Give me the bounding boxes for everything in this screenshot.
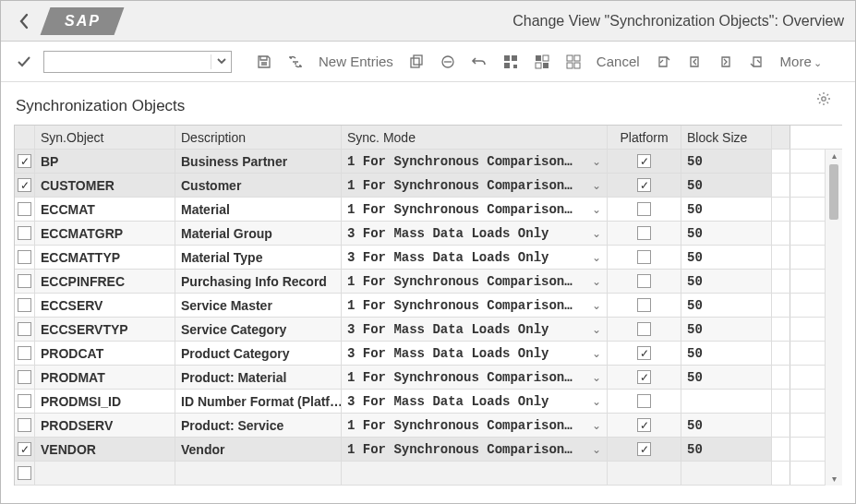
sync-mode-select[interactable]: 1 For Synchronous Comparison…⌄ <box>342 366 608 389</box>
sync-mode-select[interactable]: 1 For Synchronous Comparison…⌄ <box>342 174 608 197</box>
scroll-up-icon[interactable]: ▴ <box>826 150 842 162</box>
save-icon[interactable] <box>252 50 276 74</box>
syn-object-cell[interactable]: ECCMATGRP <box>35 222 175 245</box>
chevron-down-icon[interactable]: ⌄ <box>592 251 601 264</box>
table-row[interactable]: ✓ <box>15 462 842 486</box>
platform-checkbox[interactable]: ✓ <box>637 418 651 432</box>
row-select-checkbox[interactable]: ✓ <box>18 154 31 168</box>
settings-icon[interactable] <box>816 91 831 110</box>
table-row[interactable]: ✓VENDORVendor1 For Synchronous Compariso… <box>15 438 842 462</box>
table-row[interactable]: ✓ECCMATGRPMaterial Group3 For Mass Data … <box>15 222 842 246</box>
platform-checkbox[interactable]: ✓ <box>637 298 651 312</box>
platform-checkbox[interactable]: ✓ <box>637 442 651 456</box>
description-cell[interactable]: Material Group <box>175 222 342 245</box>
col-platform[interactable]: Platform <box>608 126 681 149</box>
description-cell[interactable]: Business Partner <box>175 150 342 173</box>
table-row[interactable]: ✓ECCSERVService Master1 For Synchronous … <box>15 294 842 318</box>
row-select-checkbox[interactable]: ✓ <box>18 202 31 216</box>
description-cell[interactable]: Material Type <box>175 246 342 269</box>
col-description[interactable]: Description <box>175 126 342 149</box>
chevron-down-icon[interactable]: ⌄ <box>592 419 601 432</box>
syn-object-cell[interactable]: PRODCAT <box>35 342 175 365</box>
sync-mode-select[interactable]: 3 For Mass Data Loads Only⌄ <box>342 222 608 245</box>
delete-icon[interactable] <box>436 50 460 74</box>
platform-checkbox[interactable]: ✓ <box>637 154 651 168</box>
col-sync-mode[interactable]: Sync. Mode <box>342 126 608 149</box>
row-select-checkbox[interactable]: ✓ <box>18 466 31 480</box>
chevron-down-icon[interactable]: ⌄ <box>592 203 601 216</box>
syn-object-cell[interactable]: PRODMAT <box>35 366 175 389</box>
platform-checkbox[interactable]: ✓ <box>637 322 651 336</box>
col-block-size[interactable]: Block Size <box>681 126 772 149</box>
syn-object-cell[interactable]: ECCSERV <box>35 294 175 317</box>
chevron-down-icon[interactable]: ⌄ <box>592 275 601 288</box>
scroll-down-icon[interactable]: ▾ <box>826 473 842 486</box>
chevron-down-icon[interactable]: ⌄ <box>592 443 601 456</box>
nav-first-icon[interactable] <box>651 50 675 74</box>
description-cell[interactable]: Service Master <box>175 294 342 317</box>
undo-icon[interactable] <box>467 50 491 74</box>
chevron-down-icon[interactable]: ⌄ <box>592 299 601 312</box>
description-cell[interactable]: Product: Material <box>175 366 342 389</box>
platform-checkbox[interactable]: ✓ <box>637 394 651 408</box>
syn-object-cell[interactable]: ECCPINFREC <box>35 270 175 293</box>
block-size-cell[interactable]: 50 <box>681 174 772 197</box>
syn-object-cell[interactable]: PRODSERV <box>35 414 175 437</box>
vertical-scrollbar[interactable]: ▴ ▾ <box>825 150 842 486</box>
sync-mode-select[interactable]: 1 For Synchronous Comparison…⌄ <box>342 270 608 293</box>
nav-last-icon[interactable] <box>745 50 769 74</box>
block-size-cell[interactable]: 50 <box>681 246 772 269</box>
chevron-down-icon[interactable]: ⌄ <box>592 323 601 336</box>
nav-next-icon[interactable] <box>714 50 738 74</box>
syn-object-cell[interactable]: ECCMAT <box>35 198 175 221</box>
row-select-checkbox[interactable]: ✓ <box>18 394 31 408</box>
row-select-checkbox[interactable]: ✓ <box>18 370 31 384</box>
sync-mode-select[interactable]: 1 For Synchronous Comparison…⌄ <box>342 438 608 461</box>
row-select-checkbox[interactable]: ✓ <box>18 178 31 192</box>
table-row[interactable]: ✓PRODMSI_IDID Number Format (Platf…3 For… <box>15 390 842 414</box>
row-select-checkbox[interactable]: ✓ <box>18 250 31 264</box>
platform-checkbox[interactable]: ✓ <box>637 274 651 288</box>
block-size-cell[interactable]: 50 <box>681 318 772 341</box>
description-cell[interactable]: ID Number Format (Platf… <box>175 390 342 413</box>
block-size-cell[interactable]: 50 <box>681 150 772 173</box>
table-row[interactable]: ✓PRODCATProduct Category3 For Mass Data … <box>15 342 842 366</box>
copy-icon[interactable] <box>404 50 428 74</box>
description-cell[interactable]: Customer <box>175 174 342 197</box>
sync-mode-select[interactable]: 3 For Mass Data Loads Only⌄ <box>342 342 608 365</box>
chevron-down-icon[interactable]: ⌄ <box>592 371 601 384</box>
select-block-icon[interactable] <box>530 50 554 74</box>
table-row[interactable]: ✓ECCMATMaterial1 For Synchronous Compari… <box>15 198 842 222</box>
table-row[interactable]: ✓ECCSERVTYPService Category3 For Mass Da… <box>15 318 842 342</box>
table-row[interactable]: ✓CUSTOMERCustomer1 For Synchronous Compa… <box>15 174 842 198</box>
command-dropdown-icon[interactable] <box>211 54 231 69</box>
block-size-cell[interactable]: 50 <box>681 414 772 437</box>
table-row[interactable]: ✓BPBusiness Partner1 For Synchronous Com… <box>15 150 842 174</box>
syn-object-cell[interactable]: ECCMATTYP <box>35 246 175 269</box>
sync-mode-select[interactable]: 3 For Mass Data Loads Only⌄ <box>342 246 608 269</box>
description-cell[interactable]: Product Category <box>175 342 342 365</box>
syn-object-cell[interactable]: VENDOR <box>35 438 175 461</box>
sync-mode-select[interactable]: 1 For Synchronous Comparison…⌄ <box>342 150 608 173</box>
row-select-checkbox[interactable]: ✓ <box>18 298 31 312</box>
block-size-cell[interactable]: 50 <box>681 366 772 389</box>
description-cell[interactable]: Product: Service <box>175 414 342 437</box>
table-row[interactable]: ✓ECCPINFRECPurchasing Info Record1 For S… <box>15 270 842 294</box>
platform-checkbox[interactable]: ✓ <box>637 226 651 240</box>
sync-mode-select[interactable]: 1 For Synchronous Comparison…⌄ <box>342 414 608 437</box>
nav-prev-icon[interactable] <box>682 50 706 74</box>
description-cell[interactable]: Service Category <box>175 318 342 341</box>
scroll-thumb[interactable] <box>829 164 838 220</box>
platform-checkbox[interactable]: ✓ <box>637 250 651 264</box>
row-select-checkbox[interactable]: ✓ <box>18 346 31 360</box>
sync-mode-select[interactable]: 1 For Synchronous Comparison…⌄ <box>342 294 608 317</box>
table-row[interactable]: ✓PRODSERVProduct: Service1 For Synchrono… <box>15 414 842 438</box>
sync-mode-select[interactable]: 3 For Mass Data Loads Only⌄ <box>342 390 608 413</box>
block-size-cell[interactable]: 50 <box>681 294 772 317</box>
select-all-icon[interactable] <box>499 50 523 74</box>
row-select-checkbox[interactable]: ✓ <box>18 322 31 336</box>
toggle-icon[interactable] <box>283 50 307 74</box>
description-cell[interactable]: Material <box>175 198 342 221</box>
accept-icon[interactable] <box>12 50 36 74</box>
syn-object-cell[interactable]: PRODMSI_ID <box>35 390 175 413</box>
